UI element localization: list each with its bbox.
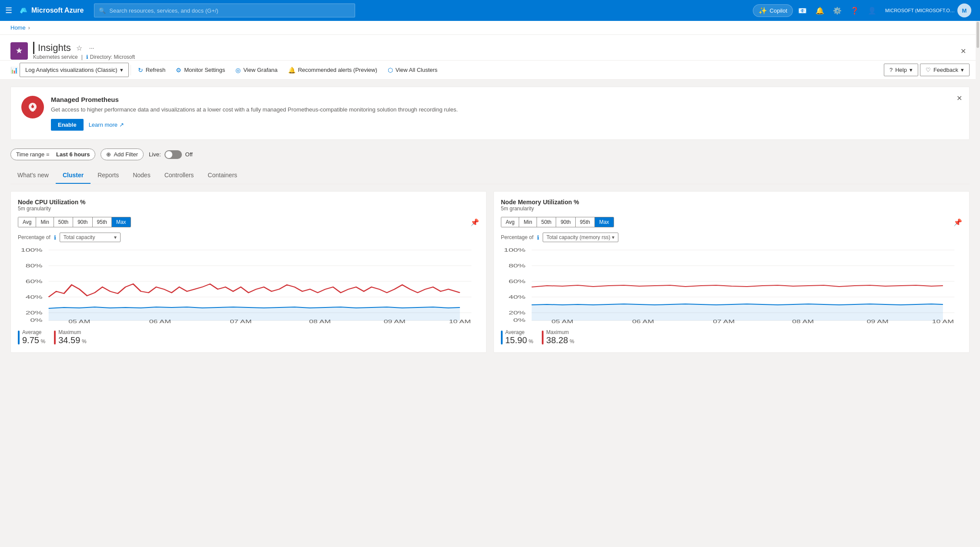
settings-icon: ⚙: [176, 67, 181, 74]
banner-close-button[interactable]: ✕: [955, 92, 964, 104]
cpu-info-icon[interactable]: ℹ: [54, 234, 56, 241]
svg-marker-24: [49, 307, 460, 321]
filters-bar: Time range = Last 6 hours ⊕ Add Filter L…: [10, 149, 970, 160]
memory-chart-svg: 100% 80% 60% 40% 20% 0% 05 AM 06 AM: [501, 246, 962, 324]
account-button[interactable]: MICROSOFT (MICROSOFT.ONMI...) M: [882, 3, 975, 17]
copilot-button[interactable]: ✨ Copilot: [753, 4, 793, 17]
email-icon-button[interactable]: 📧: [795, 3, 810, 18]
view-grafana-button[interactable]: ◎ View Grafana: [230, 63, 283, 77]
memory-95th-button[interactable]: 95th: [576, 217, 595, 227]
cpu-chart-title: Node CPU Utilization %: [18, 199, 479, 206]
tab-cluster[interactable]: Cluster: [56, 167, 91, 184]
refresh-button[interactable]: ↻ Refresh: [133, 63, 171, 77]
cpu-capacity-value: Total capacity: [64, 234, 95, 240]
user-avatar: M: [957, 3, 971, 17]
cpu-50th-button[interactable]: 50th: [54, 217, 73, 227]
star-button[interactable]: ☆: [74, 42, 84, 54]
cpu-capacity-dropdown[interactable]: Total capacity ▾: [60, 233, 121, 242]
scrollbar-thumb[interactable]: [977, 22, 979, 48]
memory-info-icon[interactable]: ℹ: [537, 234, 539, 241]
learn-more-link[interactable]: Learn more ↗: [89, 122, 124, 128]
live-toggle-group: Live: Off: [149, 150, 193, 159]
tab-whats-new[interactable]: What's new: [10, 167, 56, 184]
banner-description: Get access to higher performance data an…: [51, 106, 959, 114]
page-header: Insights ☆ ··· Kubernetes service | ℹ Di…: [0, 35, 980, 61]
help-button[interactable]: ? Help ▾: [884, 64, 918, 76]
cpu-avg-button[interactable]: Avg: [18, 217, 36, 227]
cpu-90th-button[interactable]: 90th: [73, 217, 92, 227]
help-icon: ?: [889, 67, 893, 73]
learn-more-label: Learn more: [89, 122, 117, 128]
info-icon[interactable]: ℹ: [86, 54, 88, 60]
person-icon-button[interactable]: 👤: [864, 3, 880, 18]
tab-reports[interactable]: Reports: [91, 167, 126, 184]
cpu-max-info: Maximum 34.59 %: [58, 329, 86, 345]
cpu-pin-button[interactable]: 📌: [470, 218, 479, 226]
banner-icon: [21, 96, 44, 118]
monitor-settings-button[interactable]: ⚙ Monitor Settings: [171, 63, 230, 77]
directory-label: Directory: Microsoft: [90, 54, 135, 60]
view-all-clusters-button[interactable]: ⬡ View All Clusters: [383, 63, 443, 77]
banner-actions: Enable Learn more ↗: [51, 119, 959, 131]
tab-containers[interactable]: Containers: [201, 167, 244, 184]
enable-button[interactable]: Enable: [51, 119, 84, 131]
charts-grid: Node CPU Utilization % 5m granularity Av…: [10, 191, 970, 353]
memory-max-color: [542, 331, 544, 344]
view-selector-dropdown[interactable]: Log Analytics visualizations (Classic) ▾: [20, 63, 129, 77]
menu-icon[interactable]: ☰: [5, 6, 12, 15]
tab-nodes[interactable]: Nodes: [126, 167, 157, 184]
tab-controllers[interactable]: Controllers: [158, 167, 201, 184]
close-button[interactable]: ✕: [957, 44, 970, 59]
cpu-percentage-label: Percentage of: [18, 234, 50, 240]
svg-text:0%: 0%: [30, 317, 42, 323]
memory-max-button[interactable]: Max: [595, 217, 614, 227]
search-input[interactable]: [109, 7, 350, 14]
live-off-label: Off: [185, 151, 193, 158]
memory-90th-button[interactable]: 90th: [556, 217, 575, 227]
prometheus-icon: [27, 101, 39, 113]
memory-max-label: Maximum: [546, 329, 574, 335]
memory-capacity-dropdown[interactable]: Total capacity (memory rss) ▾: [543, 233, 619, 242]
view-selector-label: Log Analytics visualizations (Classic): [25, 67, 117, 73]
view-icon: 📊: [10, 67, 18, 74]
header-close-actions: ✕: [957, 44, 970, 59]
add-filter-icon: ⊕: [106, 151, 111, 158]
bell-icon-button[interactable]: 🔔: [812, 3, 828, 18]
scrollbar[interactable]: [976, 21, 980, 547]
help-icon-button[interactable]: ❓: [847, 3, 863, 18]
banner-title: Managed Prometheus: [51, 96, 959, 103]
search-bar[interactable]: 🔍: [94, 3, 355, 17]
time-range-filter[interactable]: Time range = Last 6 hours: [10, 149, 95, 160]
memory-min-button[interactable]: Min: [519, 217, 537, 227]
cpu-min-button[interactable]: Min: [36, 217, 54, 227]
cpu-avg-value: 9.75: [22, 335, 39, 345]
memory-avg-button[interactable]: Avg: [501, 217, 519, 227]
cpu-max-button[interactable]: Max: [112, 217, 131, 227]
memory-pin-button[interactable]: 📌: [953, 218, 962, 226]
cpu-95th-button[interactable]: 95th: [93, 217, 112, 227]
cpu-chart-svg: 100% 80% 60% 40% 20% 0% 05 AM 06 AM: [18, 246, 479, 324]
page-title-block: Insights ☆ ··· Kubernetes service | ℹ Di…: [33, 42, 135, 60]
feedback-button[interactable]: ♡ Feedback ▾: [920, 64, 970, 76]
svg-rect-3: [31, 111, 34, 111]
memory-50th-button[interactable]: 50th: [537, 217, 556, 227]
breadcrumb-home[interactable]: Home: [10, 24, 26, 31]
recommended-alerts-button[interactable]: 🔔 Recommended alerts (Preview): [283, 63, 383, 77]
live-toggle-switch[interactable]: [164, 150, 182, 159]
external-link-icon: ↗: [119, 122, 124, 128]
brand-logo[interactable]: Microsoft Azure: [19, 6, 84, 15]
memory-percentage-row: Percentage of ℹ Total capacity (memory r…: [501, 233, 962, 242]
toolbar-right: ? Help ▾ ♡ Feedback ▾: [884, 64, 970, 76]
cpu-chart-header: Node CPU Utilization % 5m granularity: [18, 199, 479, 212]
more-button[interactable]: ···: [87, 43, 96, 53]
page-header-left: Insights ☆ ··· Kubernetes service | ℹ Di…: [10, 42, 135, 60]
gear-icon-button[interactable]: ⚙️: [829, 3, 845, 18]
svg-marker-43: [532, 304, 943, 321]
managed-prometheus-banner: Managed Prometheus Get access to higher …: [10, 87, 970, 140]
cpu-chart-controls: Avg Min 50th 90th 95th Max 📌: [18, 217, 479, 227]
add-filter-button[interactable]: ⊕ Add Filter: [101, 149, 144, 160]
feedback-label: Feedback: [933, 67, 958, 73]
help-label: Help: [895, 67, 907, 73]
cpu-max-unit: %: [82, 338, 87, 344]
memory-chart-card: Node Memory Utilization % 5m granularity…: [493, 191, 970, 353]
